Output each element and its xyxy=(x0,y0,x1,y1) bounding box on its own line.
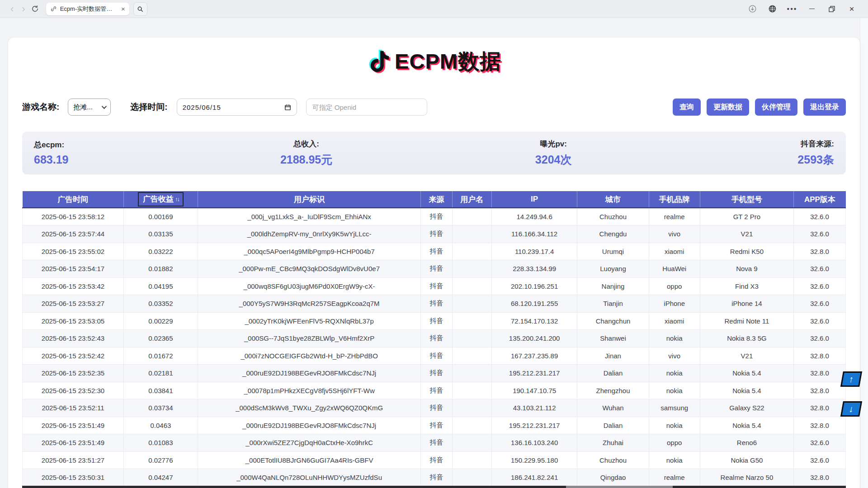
scroll-to-top-button[interactable]: ↑ xyxy=(840,371,862,387)
more-options-icon[interactable]: ••• xyxy=(782,0,802,18)
date-value: 2025/06/15 xyxy=(183,103,221,111)
col-city-cell: Dalian xyxy=(577,417,649,434)
chevron-down-icon xyxy=(102,104,107,109)
tab-close-icon[interactable]: × xyxy=(121,5,125,12)
col-city-cell: Zhengzhou xyxy=(577,382,649,399)
minimize-icon[interactable] xyxy=(802,0,822,18)
col-source-cell: 抖音 xyxy=(421,365,452,382)
stats-bar: 总ecpm: 683.19 总收入: 2188.95元 曝光pv: 3204次 … xyxy=(22,131,846,174)
data-table-wrap: 广告时间广告收益↑↓用户标识来源用户名IP城市手机品牌手机型号APP版本 202… xyxy=(22,191,846,486)
col-phone-model-cell: Nokia G50 xyxy=(700,451,794,469)
table-row: 2025-06-15 23:54:170.01882_000Pw-mE_CBc9… xyxy=(23,260,846,278)
col-city-cell: Jinan xyxy=(577,347,649,365)
col-username-cell xyxy=(452,243,491,260)
col-username-cell xyxy=(452,347,491,365)
col-ad-revenue-cell: 0.01083 xyxy=(123,434,198,452)
col-username-cell xyxy=(452,208,491,225)
col-user-id-cell: _000j_vg1LxkS_a-_IuDlF9Scm_EhhiANx xyxy=(198,208,421,225)
time-label: 选择时间: xyxy=(130,101,167,113)
col-phone-brand-cell: samsung xyxy=(649,399,700,417)
globe-icon[interactable] xyxy=(762,0,782,18)
table-row: 2025-06-15 23:51:490.0463_000ruE92DJ198B… xyxy=(23,417,846,434)
col-phone-brand-header: 手机品牌 xyxy=(649,191,700,208)
col-phone-brand-cell: oppo xyxy=(649,277,700,295)
col-ad-revenue-cell: 0.04195 xyxy=(123,277,198,295)
scroll-to-bottom-button[interactable]: ↓ xyxy=(840,401,862,417)
col-ad-revenue-cell: 0.00229 xyxy=(123,312,198,330)
query-button[interactable]: 查询 xyxy=(673,99,701,116)
openid-input[interactable] xyxy=(306,99,427,116)
col-app-version-cell: 32.8.0 xyxy=(794,365,846,382)
col-app-version-cell: 32.6.0 xyxy=(794,434,846,452)
col-phone-model-cell: Nokia 5.4 xyxy=(700,382,794,399)
col-phone-model-cell: V21 xyxy=(700,225,794,243)
date-input[interactable]: 2025/06/15 xyxy=(177,99,297,116)
col-username-cell xyxy=(452,277,491,295)
close-icon[interactable]: × xyxy=(842,0,862,18)
col-user-id-cell: _000ETotlIU8BJrGN6GuGI7Aa4RIs-GBFV xyxy=(198,451,421,469)
col-user-id-cell: _000rXwi5ZEZ7CjgDqH0aCtxHe-Xo9hrkC xyxy=(198,434,421,452)
game-select[interactable]: 抢滩... xyxy=(68,99,111,116)
col-city-cell: Wuhan xyxy=(577,399,649,417)
sort-revenue-button[interactable]: 广告收益↑↓ xyxy=(138,192,184,206)
col-phone-brand-cell: HuaWei xyxy=(649,260,700,278)
col-phone-brand-cell: xiaomi xyxy=(649,243,700,260)
update-data-button[interactable]: 更新数据 xyxy=(707,99,749,116)
col-source-cell: 抖音 xyxy=(421,277,452,295)
horizontal-scrollbar-thumb[interactable] xyxy=(566,486,673,488)
col-ad-time-cell: 2025-06-15 23:57:44 xyxy=(23,225,124,243)
browser-tab[interactable]: Ecpm-实时数据管理系统 × xyxy=(46,3,129,15)
back-icon[interactable]: ‹ xyxy=(6,4,18,14)
logout-button[interactable]: 退出登录 xyxy=(803,99,846,116)
col-city-cell: Tianjin xyxy=(577,295,649,313)
col-username-cell xyxy=(452,312,491,330)
col-ad-time-cell: 2025-06-15 23:58:12 xyxy=(23,208,124,225)
col-ad-time-cell: 2025-06-15 23:51:49 xyxy=(23,417,124,434)
col-username-cell xyxy=(452,451,491,469)
table-row: 2025-06-15 23:51:270.02776_000ETotlIU8BJ… xyxy=(23,451,846,469)
download-icon[interactable] xyxy=(742,0,762,18)
col-ip-cell: 167.237.235.89 xyxy=(491,347,577,365)
col-ip-cell: 14.249.94.6 xyxy=(491,208,577,225)
col-phone-brand-cell: vivo xyxy=(649,225,700,243)
col-ad-time-cell: 2025-06-15 23:52:43 xyxy=(23,330,124,347)
stat-douyin-source: 抖音来源: 2593条 xyxy=(681,131,846,174)
restore-icon[interactable] xyxy=(822,0,842,18)
col-ad-time-cell: 2025-06-15 23:53:42 xyxy=(23,277,124,295)
partner-manage-button[interactable]: 伙伴管理 xyxy=(755,99,797,116)
col-app-version-cell: 32.8.0 xyxy=(794,399,846,417)
stat-exposure-pv: 曝光pv: 3204次 xyxy=(426,131,681,174)
col-user-id-cell: _000qc5APoerI4g9MlbPgmp9-HCHP004b7 xyxy=(198,243,421,260)
col-source-cell: 抖音 xyxy=(421,434,452,452)
col-city-cell: Chengdu xyxy=(577,225,649,243)
table-body: 2025-06-15 23:58:120.00169_000j_vg1LxkS_… xyxy=(23,208,846,486)
col-app-version-cell: 32.8.0 xyxy=(794,469,846,486)
col-phone-brand-cell: realme xyxy=(649,469,700,486)
col-phone-brand-cell: oppo xyxy=(649,434,700,452)
vertical-scrollbar[interactable] xyxy=(860,18,868,488)
col-user-id-cell: _000wq8SF6gU03jugM6Pd0X0ErgW9y-cX- xyxy=(198,277,421,295)
col-city-cell: Shanwei xyxy=(577,330,649,347)
col-source-cell: 抖音 xyxy=(421,260,452,278)
search-icon[interactable] xyxy=(133,2,147,16)
col-phone-model-cell: Reno6 xyxy=(700,434,794,452)
col-phone-brand-cell: nokia xyxy=(649,451,700,469)
col-user-id-cell: _000dScM3kWv8_TWXu_Zgy2xWQ6QZ0QKmG xyxy=(198,399,421,417)
col-phone-brand-cell: nokia xyxy=(649,365,700,382)
col-ip-cell: 186.241.82.241 xyxy=(491,469,577,486)
col-ad-time-cell: 2025-06-15 23:52:11 xyxy=(23,399,124,417)
calendar-icon[interactable] xyxy=(284,104,291,111)
col-phone-model-cell: iPhone 14 xyxy=(700,295,794,313)
col-phone-model-cell: Nokia 8.3 5G xyxy=(700,330,794,347)
table-row: 2025-06-15 23:53:050.00229_0002yTrK0kjWF… xyxy=(23,312,846,330)
forward-icon[interactable]: › xyxy=(18,4,29,14)
col-ad-time-cell: 2025-06-15 23:52:30 xyxy=(23,382,124,399)
col-city-cell: Chuzhou xyxy=(577,451,649,469)
col-ad-revenue-header[interactable]: 广告收益↑↓ xyxy=(123,191,198,208)
col-user-id-cell: _000ldhZempRV-my_0nrlXy9K5wYjLLcc- xyxy=(198,225,421,243)
col-phone-brand-cell: iPhone xyxy=(649,295,700,313)
horizontal-scrollbar[interactable] xyxy=(22,486,846,488)
col-app-version-cell: 32.8.0 xyxy=(794,347,846,365)
col-user-id-header: 用户标识 xyxy=(198,191,421,208)
refresh-icon[interactable] xyxy=(31,5,39,13)
